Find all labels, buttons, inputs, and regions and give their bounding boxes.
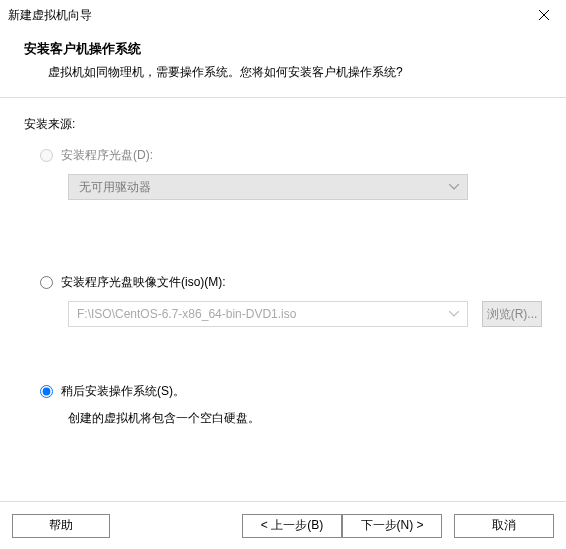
radio-installer-disc [40, 149, 53, 162]
radio-iso-file-label: 安装程序光盘映像文件(iso)(M): [61, 274, 226, 291]
radio-install-later-label: 稍后安装操作系统(S)。 [61, 383, 185, 400]
chevron-down-icon [449, 184, 459, 190]
radio-install-later[interactable] [40, 385, 53, 398]
next-button[interactable]: 下一步(N) > [342, 514, 442, 538]
header-heading: 安装客户机操作系统 [24, 40, 542, 58]
wizard-header: 安装客户机操作系统 虚拟机如同物理机，需要操作系统。您将如何安装客户机操作系统? [0, 30, 566, 98]
radio-iso-file[interactable] [40, 276, 53, 289]
install-later-desc: 创建的虚拟机将包含一个空白硬盘。 [68, 410, 542, 427]
chevron-down-icon [449, 311, 459, 317]
cancel-button[interactable]: 取消 [454, 514, 554, 538]
browse-button[interactable]: 浏览(R)... [482, 301, 542, 327]
drive-dropdown-value: 无可用驱动器 [79, 179, 151, 196]
iso-path-value: F:\ISO\CentOS-6.7-x86_64-bin-DVD1.iso [77, 307, 296, 321]
window-title: 新建虚拟机向导 [8, 7, 92, 24]
drive-dropdown: 无可用驱动器 [68, 174, 468, 200]
back-button[interactable]: < 上一步(B) [242, 514, 342, 538]
close-button[interactable] [521, 0, 566, 30]
iso-path-input[interactable]: F:\ISO\CentOS-6.7-x86_64-bin-DVD1.iso [68, 301, 468, 327]
close-icon [539, 10, 549, 20]
radio-installer-disc-label: 安装程序光盘(D): [61, 147, 153, 164]
header-subtext: 虚拟机如同物理机，需要操作系统。您将如何安装客户机操作系统? [48, 64, 542, 81]
help-button[interactable]: 帮助 [12, 514, 110, 538]
source-label: 安装来源: [24, 116, 542, 133]
